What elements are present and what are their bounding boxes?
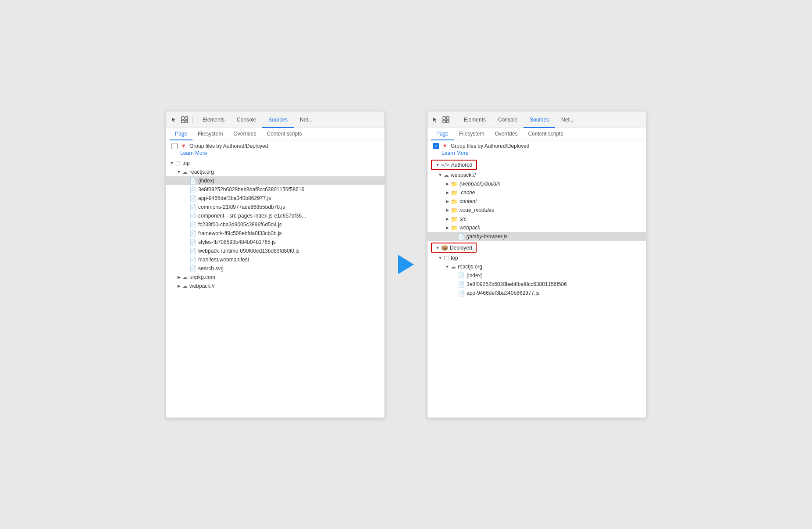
tree-item-webpack-buildin[interactable]: 📁 (webpack)/buildin (427, 179, 646, 188)
tree-item-reactjs-deployed[interactable]: ☁ reactjs.org (427, 262, 646, 271)
cloud-icon: ☁ (451, 264, 456, 270)
tab-elements-left[interactable]: Elements (196, 111, 231, 128)
tree-item-webpack-left[interactable]: ☁ webpack:// (166, 282, 385, 290)
folder-icon: 📁 (451, 225, 458, 231)
tab-console-left[interactable]: Console (231, 111, 262, 128)
tree-label: 3e8f09252b6028beb8baf8cc63801156f586 (467, 281, 567, 287)
tree-item-gatsby-browser[interactable]: 📄 gatsby-browser.js (427, 232, 646, 241)
sub-tab-overrides-right[interactable]: Overrides (489, 128, 523, 140)
tree-item-cache[interactable]: 📁 .cache (427, 188, 646, 197)
tab-network-left[interactable]: Net... (294, 111, 319, 128)
tab-elements-right[interactable]: Elements (458, 111, 492, 128)
tab-sources-left[interactable]: Sources (262, 111, 294, 128)
tree-item-unpkg[interactable]: ☁ unpkg.com (166, 273, 385, 282)
tab-sources-right[interactable]: Sources (524, 111, 555, 128)
tree-triangle (445, 217, 449, 221)
tree-item-manifest[interactable]: 📄 manifest.webmanifest (166, 255, 385, 264)
folder-icon: 📁 (451, 189, 458, 196)
cursor-icon[interactable] (170, 115, 178, 124)
tree-item-file2[interactable]: 📄 app-9466def3ba340b862977.js (166, 194, 385, 203)
svg-rect-7 (446, 120, 449, 123)
tree-label: fc233f00-cba3d9005c3896f6d5d4.js (198, 222, 282, 228)
tree-item-index[interactable]: 📄 (index) (166, 176, 385, 185)
tree-item-file6[interactable]: 📄 framework-ff9c508ebfda0f33cb0b.js (166, 229, 385, 238)
tree-label: webpack-runtime-090f00ed13bd69fd80f0.js (198, 248, 299, 254)
funnel-icon-right: 🔻 (442, 143, 448, 149)
tree-item-file-deployed2[interactable]: 📄 app-9466def3ba340b862977.js (427, 289, 646, 297)
arrow-shape (398, 255, 414, 274)
sub-tab-content-scripts-right[interactable]: Content scripts (523, 128, 568, 140)
tree-item-file8[interactable]: 📄 webpack-runtime-090f00ed13bd69fd80f0.j… (166, 247, 385, 255)
tree-item-file5[interactable]: 📄 fc233f00-cba3d9005c3896f6d5d4.js (166, 220, 385, 229)
tree-item-node-modules[interactable]: 📁 node_modules (427, 206, 646, 214)
tree-label: manifest.webmanifest (198, 257, 249, 263)
tree-item-search-svg[interactable]: 📄 search.svg (166, 264, 385, 273)
left-learn-more-link[interactable]: Learn More (180, 150, 207, 156)
left-toolbar-tabs: Elements Console Sources Net... (196, 111, 319, 128)
right-learn-more-link[interactable]: Learn More (442, 150, 468, 156)
file-icon: 📄 (189, 213, 196, 219)
tree-label: unpkg.com (189, 274, 215, 280)
tree-item-src[interactable]: 📁 src (427, 214, 646, 223)
screenshot-container: Elements Console Sources Net... Page Fil… (166, 111, 646, 418)
tree-item-file7[interactable]: 📄 styles-fb708593b484b04b1765.js (166, 238, 385, 247)
tree-item-index-deployed[interactable]: 📄 (index) (427, 271, 646, 280)
tree-label: top (182, 160, 190, 166)
tree-triangle (445, 264, 449, 269)
tree-item-deployed[interactable]: 📦 Deployed (431, 243, 477, 253)
tree-label: (webpack)/buildin (459, 181, 500, 187)
left-group-files-checkbox[interactable] (171, 143, 178, 149)
tab-network-right[interactable]: Net... (555, 111, 580, 128)
tree-item-file-deployed1[interactable]: 📄 3e8f09252b6028beb8baf8cc63801156f586 (427, 280, 646, 289)
funnel-icon: 🔻 (180, 143, 187, 149)
tree-item-top[interactable]: ☐ top (166, 159, 385, 168)
tree-label: webpack (459, 225, 480, 231)
tree-item-file3[interactable]: 📄 commons-21f8977ade868b5bdb78.js (166, 203, 385, 211)
svg-rect-0 (182, 117, 184, 119)
left-sub-tabs: Page Filesystem Overrides Content script… (166, 128, 385, 140)
left-group-files-label[interactable]: 🔻 Group files by Authored/Deployed (171, 143, 268, 149)
tree-triangle (177, 170, 181, 174)
tree-item-reactjs[interactable]: ☁ reactjs.org (166, 168, 385, 176)
tree-triangle (445, 208, 449, 212)
tree-triangle (177, 275, 181, 279)
sub-tab-page-left[interactable]: Page (170, 128, 192, 140)
sub-tab-filesystem-left[interactable]: Filesystem (192, 128, 228, 140)
sub-tab-filesystem-right[interactable]: Filesystem (454, 128, 489, 140)
inspect-icon-right[interactable] (442, 115, 450, 124)
folder-icon: 📁 (451, 181, 458, 187)
tree-item-file4[interactable]: 📄 component---src-pages-index-js-e1c657b… (166, 211, 385, 220)
toolbar-divider-right (454, 116, 454, 124)
sub-tab-page-right[interactable]: Page (431, 128, 454, 140)
right-group-files-label[interactable]: 🔻 Group files by Authored/Deployed (433, 143, 529, 149)
right-toolbar: Elements Console Sources Net... (427, 111, 646, 128)
right-group-files-text: Group files by Authored/Deployed (451, 143, 529, 149)
sub-tab-content-scripts-left[interactable]: Content scripts (261, 128, 307, 140)
svg-rect-2 (182, 120, 184, 123)
left-toolbar: Elements Console Sources Net... (166, 111, 385, 128)
tree-triangle (170, 161, 174, 165)
sub-tab-overrides-left[interactable]: Overrides (228, 128, 261, 140)
tree-item-authored[interactable]: </> Authored (431, 160, 477, 170)
tree-label: 3e8f09252b6028beb8baf8cc63801156f58616 (198, 186, 304, 193)
right-sub-tabs: Page Filesystem Overrides Content script… (427, 128, 646, 140)
tree-item-top-deployed[interactable]: ☐ top (427, 254, 646, 262)
tree-label: search.svg (198, 265, 224, 272)
right-group-files-checkbox[interactable] (433, 143, 439, 149)
tab-console-right[interactable]: Console (492, 111, 524, 128)
tree-label: Authored (451, 162, 473, 168)
cloud-icon: ☁ (444, 172, 449, 178)
tree-item-content[interactable]: 📁 content (427, 197, 646, 206)
cursor-icon-right[interactable] (431, 115, 440, 124)
left-group-files-text: Group files by Authored/Deployed (189, 143, 268, 149)
tree-item-webpack-authored[interactable]: ☁ webpack:// (427, 171, 646, 179)
tree-triangle (445, 190, 449, 195)
tree-triangle (438, 173, 442, 177)
tree-triangle (445, 199, 449, 204)
tree-label: framework-ff9c508ebfda0f33cb0b.js (198, 230, 282, 236)
file-icon: 📄 (189, 230, 196, 237)
tree-item-file1[interactable]: 📄 3e8f09252b6028beb8baf8cc63801156f58616 (166, 185, 385, 194)
file-icon: 📄 (189, 265, 196, 272)
tree-item-webpack-folder[interactable]: 📁 webpack (427, 223, 646, 232)
inspect-icon[interactable] (180, 115, 189, 124)
